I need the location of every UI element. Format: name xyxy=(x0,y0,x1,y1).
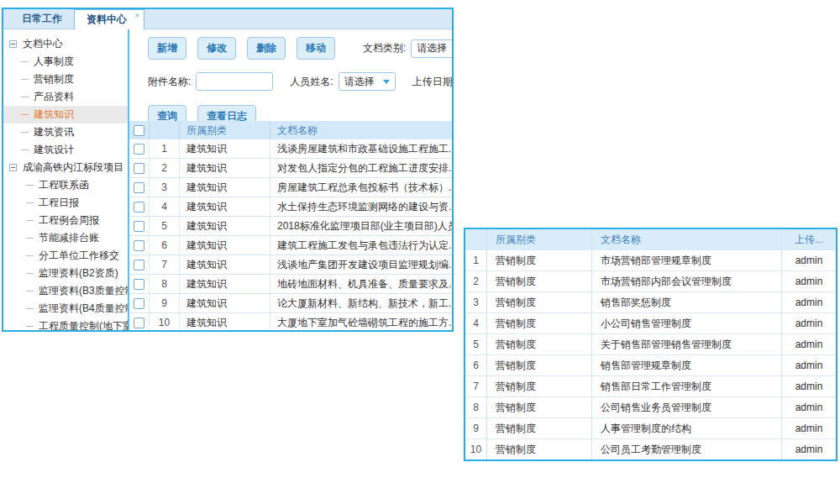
row-number: 10 xyxy=(465,439,487,459)
tab-data-center[interactable]: 资料中心 × xyxy=(74,9,144,29)
tree-item-label: 节能减排台账 xyxy=(36,229,102,247)
table-row[interactable]: 5 营销制度 关于销售部管理销售管理制度 admin xyxy=(465,334,836,355)
table-body: 1 营销制度 市场营销部管理规章制度 admin 2 营销制度 市场营销部内部会… xyxy=(465,250,836,459)
tree-item[interactable]: 建筑知识 xyxy=(3,106,128,123)
attachment-name-label: 附件名称: xyxy=(148,75,191,89)
row-doc-name: 大厦地下室加气砼墙砌筑工程的施工方... xyxy=(270,316,452,330)
tree-item-label: 分工单位工作移交 xyxy=(36,247,122,265)
tree-item[interactable]: 分工单位工作移交 xyxy=(3,247,128,265)
delete-button[interactable]: 删除 xyxy=(247,37,286,60)
row-checkbox[interactable] xyxy=(134,240,144,251)
table-row[interactable]: 10 建筑知识 大厦地下室加气砼墙砌筑工程的施工方... xyxy=(129,313,452,332)
table-header-row: 所属别类 文档名称 上传... xyxy=(465,229,836,250)
row-category: 营销制度 xyxy=(487,355,592,375)
select-all-checkbox[interactable] xyxy=(134,125,144,136)
table-row[interactable]: 8 营销制度 公司销售业务员管理制度 admin xyxy=(465,397,836,418)
table-row[interactable]: 2 建筑知识 对发包人指定分包的工程施工进度安排... xyxy=(129,159,452,178)
table-row[interactable]: 7 建筑知识 浅谈地产集团开发建设项目监理规划编... xyxy=(129,255,452,275)
row-uploader: admin xyxy=(782,318,836,329)
row-checkbox[interactable] xyxy=(134,260,144,270)
tree-item[interactable]: 产品资料 xyxy=(3,88,128,106)
table-row[interactable]: 9 营销制度 人事管理制度的结构 admin xyxy=(465,418,836,439)
row-number: 1 xyxy=(150,139,180,158)
row-checkbox[interactable] xyxy=(134,318,144,328)
row-category: 建筑知识 xyxy=(180,313,270,332)
table-row[interactable]: 1 营销制度 市场营销部管理规章制度 admin xyxy=(465,250,836,271)
doc-category-value: 请选择 xyxy=(417,41,447,55)
edit-button[interactable]: 修改 xyxy=(197,37,236,60)
close-tab-icon[interactable]: × xyxy=(134,12,139,20)
tree-item[interactable]: 节能减排台账 xyxy=(3,229,128,247)
attachment-name-input[interactable] xyxy=(196,72,273,91)
add-button[interactable]: 新增 xyxy=(148,37,186,60)
tree-item-label: 营销制度 xyxy=(31,71,76,88)
tree-item[interactable]: 建筑设计 xyxy=(3,141,128,159)
table-row[interactable]: 1 建筑知识 浅谈房屋建筑和市政基础设施工程施工... xyxy=(129,139,452,159)
row-checkbox[interactable] xyxy=(134,279,144,290)
tab-daily-work[interactable]: 日常工作 xyxy=(10,9,74,29)
row-checkbox[interactable] xyxy=(134,221,144,232)
tree-item[interactable]: 工程日报 xyxy=(3,194,128,212)
tree-item[interactable]: 工程例会周报 xyxy=(3,212,128,229)
collapse-icon[interactable] xyxy=(9,40,17,48)
tree-item[interactable]: 营销制度 xyxy=(3,71,128,88)
tree-item[interactable]: 建筑资讯 xyxy=(3,123,128,141)
table-row[interactable]: 10 营销制度 公司员工考勤管理制度 admin xyxy=(465,439,836,459)
row-category: 建筑知识 xyxy=(180,197,270,216)
tree-item-label: 工程联系函 xyxy=(36,176,92,194)
tree-connector-icon xyxy=(21,61,29,62)
doc-category-select[interactable]: 请选择 xyxy=(411,39,452,58)
table-body: 1 建筑知识 浅谈房屋建筑和市政基础设施工程施工... 2 建筑知识 对发包人指… xyxy=(129,139,452,332)
table-row[interactable]: 4 营销制度 小公司销售管理制度 admin xyxy=(465,313,836,334)
row-uploader: admin xyxy=(782,402,836,413)
table-row[interactable]: 5 建筑知识 2018标准化监理项目部(业主项目部)人员... xyxy=(129,217,452,236)
row-number: 7 xyxy=(150,255,180,274)
move-button[interactable]: 移动 xyxy=(297,37,335,60)
tree-connector-icon xyxy=(21,114,29,115)
row-checkbox[interactable] xyxy=(134,144,144,155)
tree-item[interactable]: 文档中心 xyxy=(3,35,128,53)
row-category: 建筑知识 xyxy=(180,217,270,235)
table-row[interactable]: 6 营销制度 销售部管理规章制度 admin xyxy=(465,355,836,376)
tree-connector-icon xyxy=(26,185,34,186)
chevron-down-icon xyxy=(383,80,390,84)
table-row[interactable]: 4 建筑知识 水土保持生态环境监测网络的建设与资... xyxy=(129,197,452,217)
tab-bar: 日常工作 资料中心 × xyxy=(3,9,452,29)
row-number: 3 xyxy=(465,292,487,312)
row-number: 5 xyxy=(465,334,487,354)
upload-date-label: 上传日期: xyxy=(412,75,452,89)
row-category: 建筑知识 xyxy=(180,236,270,255)
table-row[interactable]: 6 建筑知识 建筑工程施工发包与承包违法行为认定... xyxy=(129,236,452,255)
table-row[interactable]: 9 建筑知识 论大厦新材料、新结构、新技术，新工... xyxy=(129,294,452,313)
tree-item[interactable]: 监理资料(B4质量控制) xyxy=(3,300,128,318)
tree-connector-icon xyxy=(21,132,29,133)
table-row[interactable]: 7 营销制度 销售部日常工作管理制度 admin xyxy=(465,376,836,397)
table-row[interactable]: 3 建筑知识 房屋建筑工程总承包投标书（技术标）... xyxy=(129,178,452,197)
table-row[interactable]: 3 营销制度 销售部奖惩制度 admin xyxy=(465,292,836,313)
person-name-select[interactable]: 请选择 xyxy=(339,72,396,91)
row-number: 9 xyxy=(465,418,487,438)
row-uploader: admin xyxy=(782,360,836,371)
tree-item-label: 建筑资讯 xyxy=(31,123,76,141)
row-checkbox[interactable] xyxy=(134,298,144,309)
row-checkbox[interactable] xyxy=(134,163,144,174)
number-column-header xyxy=(150,121,180,139)
tree-item-label: 成渝高铁内江标段项目 xyxy=(20,159,126,176)
tree-item-label: 建筑知识 xyxy=(31,106,76,123)
table-header-row: 所属别类 文档名称 xyxy=(129,121,452,139)
row-checkbox[interactable] xyxy=(134,182,144,193)
tree-item[interactable]: 监理资料(B2资质) xyxy=(3,265,128,282)
row-number: 2 xyxy=(465,271,487,291)
tree-item[interactable]: 工程质量控制(地下室) xyxy=(3,318,128,332)
row-checkbox[interactable] xyxy=(134,202,144,213)
tree-item[interactable]: 监理资料(B3质量控制) xyxy=(3,282,128,300)
tree-item[interactable]: 成渝高铁内江标段项目 xyxy=(3,159,128,176)
table-row[interactable]: 2 营销制度 市场营销部内部会议管理制度 admin xyxy=(465,271,836,292)
table-row[interactable]: 8 建筑知识 地砖地面材料、机具准备、质量要求及... xyxy=(129,275,452,294)
row-doc-name: 浅谈地产集团开发建设项目监理规划编... xyxy=(270,258,452,272)
row-number: 4 xyxy=(150,197,180,216)
category-tree: 文档中心 人事制度 营销制度 xyxy=(3,29,129,332)
tree-item[interactable]: 人事制度 xyxy=(3,53,128,71)
tree-item[interactable]: 工程联系函 xyxy=(3,176,128,194)
collapse-icon[interactable] xyxy=(9,164,17,171)
